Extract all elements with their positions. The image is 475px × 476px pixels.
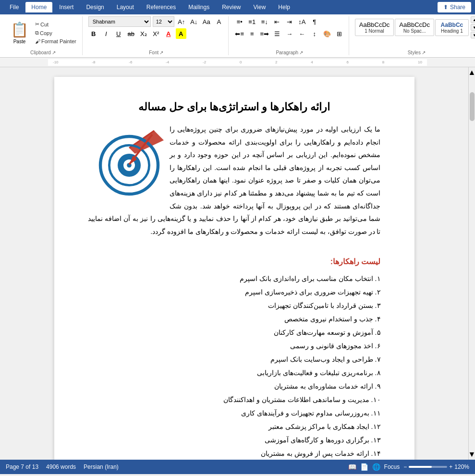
list-item: ۱. انتخاب مکان مناسب برای راه‌اندازی بان… (88, 272, 381, 285)
strikethrough-button[interactable]: ab (126, 28, 136, 39)
zoom-in-icon[interactable]: + (449, 464, 452, 470)
cut-icon: ✂ (35, 21, 39, 27)
clipboard-content: 📋 Paste ✂ Cut ⧉ Copy 🖌 Format Painter (8, 16, 78, 49)
borders-button[interactable]: ⊞ (334, 28, 345, 39)
styles-content: AaBbCcDc 1 Normal AaBbCcDc No Spac... Aa… (355, 16, 475, 49)
scroll-area[interactable]: ارائه راهکارها و استراتژی‌ها برای حل مسا… (0, 67, 468, 460)
content-area: ارائه راهکارها و استراتژی‌ها برای حل مسا… (0, 67, 475, 460)
multilevel-list-button[interactable]: ≡↓ (259, 16, 270, 27)
styles-group: AaBbCcDc 1 Normal AaBbCcDc No Spac... Aa… (351, 16, 475, 55)
tab-mailings[interactable]: Mailings (183, 2, 215, 12)
intro-section: ما یک ارزیابی اولیه در مورد پیش‌نیازهای … (88, 123, 381, 247)
zoom-slider-fill (409, 466, 432, 468)
clipboard-small-actions: ✂ Cut ⧉ Copy 🖌 Format Painter (33, 20, 78, 45)
font-size-select[interactable]: 12 (153, 16, 174, 27)
zoom-slider[interactable] (409, 466, 447, 468)
increase-font-button[interactable]: A↑ (176, 16, 187, 27)
clipboard-expand-icon[interactable]: ↗ (52, 50, 56, 55)
show-marks-button[interactable]: ¶ (309, 16, 320, 27)
print-layout-button[interactable]: 📄 (360, 463, 368, 471)
style-heading1[interactable]: AaBbCc Heading 1 (435, 19, 469, 36)
focus-label[interactable]: Focus (384, 464, 400, 470)
tab-home[interactable]: Home (25, 2, 52, 12)
font-expand-icon[interactable]: ↗ (159, 50, 163, 55)
styles-scroll: ▲ ▼ ▼ (471, 16, 475, 38)
scroll-down-arrow[interactable]: ▼ (467, 449, 475, 460)
styles-scroll-down[interactable]: ▼ (471, 24, 475, 31)
tab-insert[interactable]: Insert (53, 2, 79, 12)
styles-expand-icon[interactable]: ↗ (422, 50, 426, 55)
target-svg (93, 123, 170, 200)
cut-button[interactable]: ✂ Cut (33, 20, 78, 28)
read-mode-button[interactable]: 📖 (348, 463, 356, 471)
style-normal[interactable]: AaBbCcDc 1 Normal (355, 19, 394, 36)
doc-title: ارائه راهکارها و استراتژی‌ها برای حل مسا… (88, 101, 381, 113)
styles-expand[interactable]: ▼ (471, 32, 475, 38)
paragraph-expand-icon[interactable]: ↗ (299, 50, 303, 55)
tab-view[interactable]: View (248, 2, 272, 12)
status-bar: Page 7 of 13 4906 words Persian (Iran) 📖… (0, 460, 475, 474)
clear-format-button[interactable]: A (214, 16, 224, 27)
copy-icon: ⧉ (35, 30, 39, 36)
list-item: ۱۴. ارائه خدمات پس از فروش به مشتریان (88, 447, 381, 460)
language: Persian (Iran) (84, 464, 119, 470)
ruler-inner: -10-8-6-4-2 0246810 (48, 59, 427, 66)
paste-button[interactable]: 📋 Paste (8, 19, 31, 46)
font-row-2: B I U ab X₂ X² A A (88, 28, 224, 39)
sort-button[interactable]: ↕A (297, 16, 307, 27)
tab-layout[interactable]: Layout (111, 2, 140, 12)
share-icon: ⬆ (443, 4, 448, 11)
ruler: -10-8-6-4-2 0246810 (0, 58, 475, 67)
para-row-1: ≡• ≡1 ≡↓ ⇤ ⇥ ↕A ¶ (234, 16, 345, 27)
ribbon-body: 📋 Paste ✂ Cut ⧉ Copy 🖌 Format Painter (0, 14, 475, 58)
tab-review[interactable]: Review (216, 2, 246, 12)
scroll-up-arrow[interactable]: ▲ (467, 67, 475, 78)
increase-indent-button[interactable]: ⇥ (284, 16, 295, 27)
tab-help[interactable]: Help (272, 2, 296, 12)
underline-button[interactable]: U (113, 28, 124, 39)
align-left-button[interactable]: ⬅≡ (234, 28, 245, 39)
tab-design[interactable]: Design (80, 2, 110, 12)
share-button[interactable]: ⬆ Share (438, 2, 471, 12)
font-color-button[interactable]: A (163, 28, 174, 39)
font-row-1: Shabnam 12 A↑ A↓ Aa A (88, 16, 224, 27)
superscript-button[interactable]: X² (151, 28, 161, 39)
rtl-button[interactable]: ← (297, 28, 307, 39)
ltr-button[interactable]: → (284, 28, 295, 39)
scrollbar[interactable]: ▲ ▼ (468, 67, 475, 460)
bold-button[interactable]: B (88, 28, 99, 39)
list-item: ۸. برنامه‌ریزی تبلیغات و فعالیت‌های بازا… (88, 366, 381, 379)
web-layout-button[interactable]: 🌐 (372, 463, 380, 471)
align-right-button[interactable]: ≡➡ (259, 28, 270, 39)
scroll-thumb[interactable] (470, 92, 475, 121)
copy-button[interactable]: ⧉ Copy (33, 29, 78, 37)
bullets-button[interactable]: ≡• (234, 16, 245, 27)
paragraph-group: ≡• ≡1 ≡↓ ⇤ ⇥ ↕A ¶ ⬅≡ ≡ ≡➡ ☰ → ← ↕ 🎨 ⊞ Pa… (231, 16, 349, 55)
italic-button[interactable]: I (101, 28, 111, 39)
list-item: ۵. آموزش و توسعه مهارت‌های کارکنان (88, 326, 381, 339)
numbering-button[interactable]: ≡1 (247, 16, 257, 27)
justify-button[interactable]: ☰ (272, 28, 282, 39)
paste-icon: 📋 (11, 21, 28, 38)
center-button[interactable]: ≡ (247, 28, 257, 39)
styles-gallery: AaBbCcDc 1 Normal AaBbCcDc No Spac... Aa… (355, 16, 475, 38)
tab-references[interactable]: References (141, 2, 182, 12)
line-spacing-button[interactable]: ↕ (309, 28, 320, 39)
document-page: ارائه راهکارها و استراتژی‌ها برای حل مسا… (54, 77, 414, 460)
style-no-spacing[interactable]: AaBbCcDc No Spac... (395, 19, 434, 36)
list-item: ۱۲. ایجاد همکاری با مراکز پزشکی معتبر (88, 420, 381, 433)
subscript-button[interactable]: X₂ (138, 28, 149, 39)
change-case-button[interactable]: Aa (201, 16, 212, 27)
tab-file[interactable]: File (4, 2, 24, 12)
list-item: ۷. طراحی و ایجاد وب‌سایت بانک اسپرم (88, 353, 381, 366)
styles-scroll-up[interactable]: ▲ (471, 16, 475, 23)
format-painter-button[interactable]: 🖌 Format Painter (33, 37, 78, 45)
decrease-font-button[interactable]: A↓ (189, 16, 199, 27)
decrease-indent-button[interactable]: ⇤ (272, 16, 282, 27)
zoom-out-icon[interactable]: − (403, 464, 407, 470)
highlight-color-button[interactable]: A (176, 28, 186, 39)
list-item: ۴. جذب و استخدام نیروی متخصص (88, 312, 381, 326)
shading-button[interactable]: 🎨 (322, 28, 332, 39)
para-content: ≡• ≡1 ≡↓ ⇤ ⇥ ↕A ¶ ⬅≡ ≡ ≡➡ ☰ → ← ↕ 🎨 ⊞ (234, 16, 345, 39)
font-family-select[interactable]: Shabnam (88, 16, 151, 27)
